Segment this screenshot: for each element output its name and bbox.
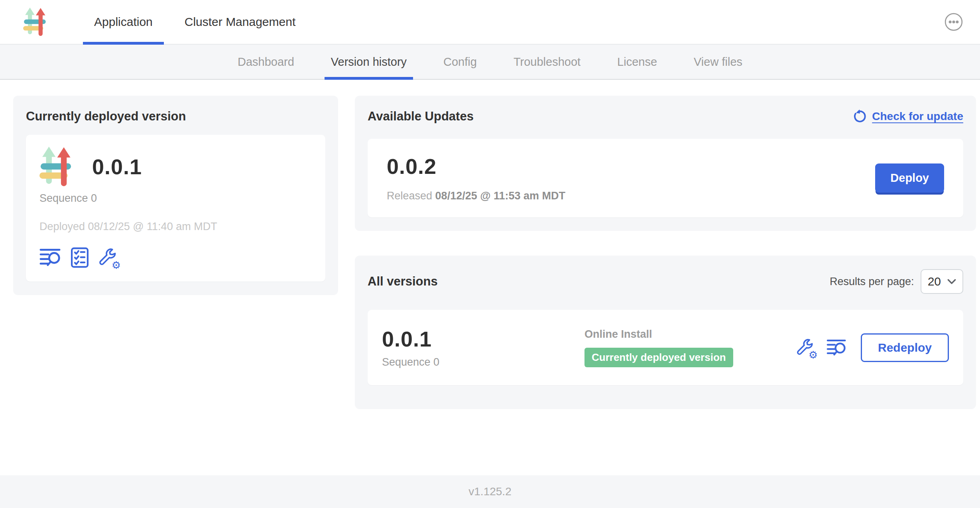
tab-troubleshoot[interactable]: Troubleshoot [495,45,599,79]
results-per-page-value: 20 [928,275,941,288]
current-version-panel: 0.0.1 Sequence 0 Deployed 08/12/25 @ 11:… [26,135,325,282]
app-subnav: Dashboard Version history Config Trouble… [0,45,980,80]
app-header: Application Cluster Management [0,0,980,45]
gear-icon: ⚙ [112,260,121,270]
all-versions-card: All versions Results per page: 20 0.0.1 … [355,256,976,409]
main-content: Currently deployed version 0.0.1 Sequenc… [0,80,980,475]
edit-config-icon[interactable]: ⚙ [98,248,118,267]
currently-deployed-badge: Currently deployed version [584,348,733,367]
results-per-page-select[interactable]: 20 [921,269,963,294]
current-version-sequence: Sequence 0 [39,192,311,205]
install-type-label: Online Install [584,328,796,341]
view-logs-icon[interactable] [39,248,61,268]
console-version: v1.125.2 [468,485,511,498]
version-row: 0.0.1 Sequence 0 Online Install Currentl… [368,310,963,385]
tab-config[interactable]: Config [425,45,495,79]
available-updates-card: Available Updates Check for update 0.0.2… [355,96,976,231]
preflight-checks-icon[interactable] [71,247,89,268]
app-logo-icon [39,146,76,187]
tab-license[interactable]: License [599,45,675,79]
currently-deployed-title: Currently deployed version [26,109,325,124]
gear-icon: ⚙ [809,350,818,360]
update-row: 0.0.2 Released 08/12/25 @ 11:53 am MDT D… [368,139,963,217]
tab-dashboard[interactable]: Dashboard [219,45,313,79]
current-version-number: 0.0.1 [92,154,142,179]
tab-application[interactable]: Application [78,0,169,44]
row-version-number: 0.0.1 [382,327,584,351]
overflow-menu-button[interactable] [943,12,964,32]
app-logo-icon [23,7,49,37]
deploy-button[interactable]: Deploy [875,163,944,193]
results-per-page-label: Results per page: [830,276,914,288]
redeploy-button[interactable]: Redeploy [861,333,949,362]
released-timestamp: Released 08/12/25 @ 11:53 am MDT [387,190,565,202]
tab-version-history[interactable]: Version history [313,45,425,79]
update-version-number: 0.0.2 [387,154,565,179]
tab-cluster-management[interactable]: Cluster Management [169,0,311,44]
tab-view-files[interactable]: View files [675,45,761,79]
edit-config-icon[interactable]: ⚙ [796,339,815,357]
available-updates-title: Available Updates [368,109,474,124]
check-for-update-link[interactable]: Check for update [852,109,963,124]
app-footer: v1.125.2 [0,475,980,508]
row-sequence: Sequence 0 [382,356,584,368]
all-versions-title: All versions [368,274,438,289]
chevron-down-icon [947,279,956,285]
currently-deployed-card: Currently deployed version 0.0.1 Sequenc… [13,96,338,295]
refresh-icon [852,109,866,124]
header-tabs: Application Cluster Management [78,0,311,44]
ellipsis-icon [944,12,964,32]
view-logs-icon[interactable] [827,339,846,357]
deployed-timestamp: Deployed 08/12/25 @ 11:40 am MDT [39,221,311,233]
check-for-update-label: Check for update [872,110,963,123]
